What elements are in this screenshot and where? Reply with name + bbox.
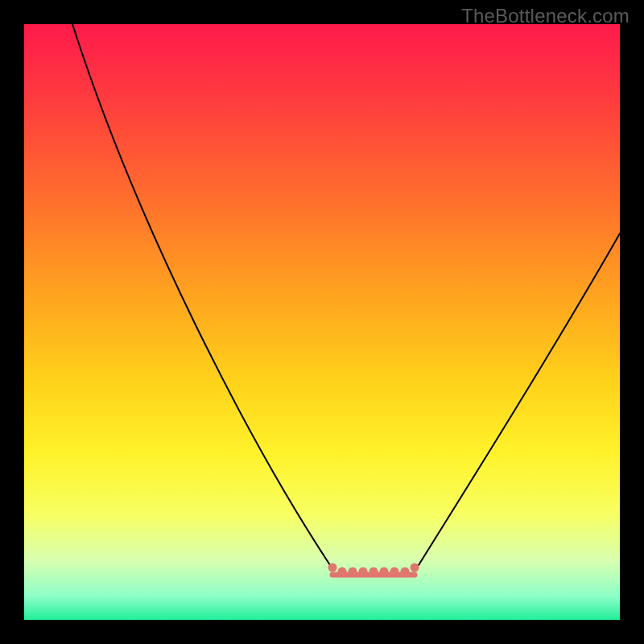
- svg-point-6: [390, 568, 399, 576]
- watermark-text: TheBottleneck.com: [461, 5, 630, 27]
- svg-point-3: [359, 568, 368, 576]
- svg-point-5: [380, 568, 389, 576]
- svg-point-2: [349, 568, 357, 576]
- svg-point-9: [411, 564, 419, 572]
- chart-svg: [24, 24, 620, 620]
- plot-area: [24, 24, 620, 620]
- svg-point-8: [328, 564, 337, 572]
- svg-point-1: [338, 568, 347, 576]
- chart-frame: TheBottleneck.com: [0, 0, 644, 644]
- gradient-background: [24, 24, 620, 620]
- svg-point-7: [401, 568, 410, 576]
- svg-point-4: [369, 568, 378, 576]
